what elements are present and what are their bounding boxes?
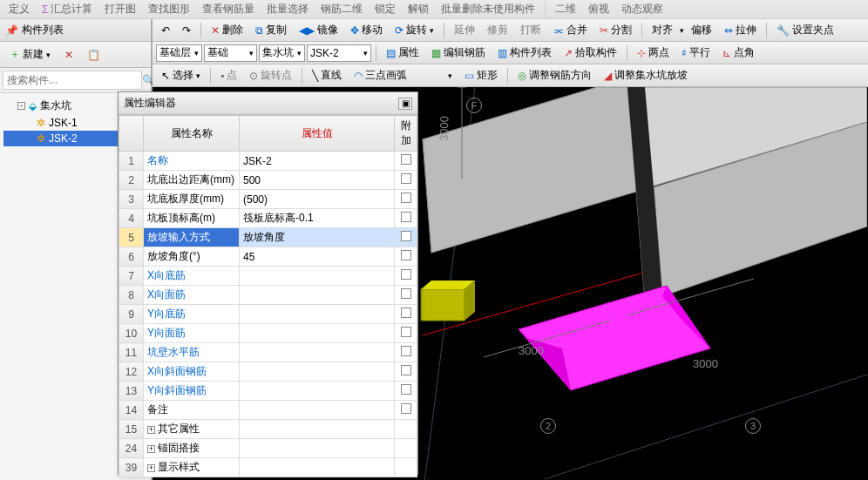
- top-item[interactable]: 钢筋二维: [315, 0, 368, 19]
- prop-name[interactable]: 名称: [144, 152, 240, 171]
- prop-name[interactable]: X向斜面钢筋: [144, 362, 240, 382]
- property-row[interactable]: 1名称JSK-2: [119, 152, 417, 171]
- checkbox-icon[interactable]: [401, 231, 411, 241]
- split-button[interactable]: ✂分割: [594, 20, 637, 40]
- prop-extra[interactable]: [395, 420, 417, 439]
- prop-value[interactable]: [240, 286, 395, 305]
- mirror-button[interactable]: ◀▶镜像: [294, 20, 343, 40]
- prop-name[interactable]: 备注: [144, 401, 240, 420]
- prop-extra[interactable]: [395, 228, 417, 247]
- prop-extra[interactable]: [395, 305, 417, 324]
- checkbox-icon[interactable]: [401, 327, 411, 337]
- top-item[interactable]: 定义: [3, 0, 35, 19]
- prop-extra[interactable]: [395, 343, 417, 362]
- top-item[interactable]: 批量删除未使用构件: [436, 0, 540, 19]
- top-item[interactable]: 二维: [550, 0, 581, 19]
- prop-value[interactable]: [240, 305, 395, 324]
- property-row[interactable]: 7X向底筋: [119, 267, 417, 286]
- prop-name[interactable]: +锚固搭接: [144, 439, 240, 458]
- prop-button[interactable]: ▤属性: [381, 43, 424, 63]
- p2-button[interactable]: ⊹两点: [632, 43, 675, 63]
- close-icon[interactable]: ▣: [398, 98, 412, 110]
- prop-value[interactable]: 筏板底标高-0.1: [240, 209, 395, 228]
- top-item[interactable]: 批量选择: [261, 0, 314, 19]
- item-dropdown[interactable]: JSK-2▾: [307, 44, 371, 62]
- arc-button[interactable]: ◠三点画弧▾: [349, 65, 458, 85]
- new-button[interactable]: ＋新建▾: [4, 44, 56, 64]
- checkbox-icon[interactable]: [401, 308, 411, 318]
- prop-name[interactable]: 坑板顶标高(m): [144, 209, 240, 228]
- prop-name[interactable]: Y向底筋: [144, 305, 240, 324]
- prop-name[interactable]: +显示样式: [144, 458, 240, 477]
- prop-extra[interactable]: [395, 247, 417, 267]
- pick-button[interactable]: ↗拾取构件: [559, 43, 622, 63]
- prop-extra[interactable]: [395, 324, 417, 343]
- prop-value[interactable]: JSK-2: [240, 152, 395, 171]
- expand-icon[interactable]: +: [147, 426, 155, 434]
- delete-x-button[interactable]: ✕: [59, 46, 78, 64]
- undo-icon[interactable]: ↶: [156, 22, 175, 39]
- property-row[interactable]: 14备注: [119, 401, 417, 420]
- checkbox-icon[interactable]: [401, 403, 411, 414]
- select-button[interactable]: ↖选择▾: [156, 65, 206, 85]
- col-value[interactable]: 属性值: [240, 116, 395, 152]
- prop-value[interactable]: (500): [240, 190, 395, 209]
- point-button[interactable]: ▪点: [215, 65, 242, 85]
- property-row[interactable]: 39+显示样式: [119, 458, 417, 477]
- top-item[interactable]: 动态观察: [616, 0, 668, 19]
- prop-name[interactable]: 放坡输入方式: [144, 228, 240, 247]
- property-row[interactable]: 11坑壁水平筋: [119, 343, 417, 362]
- delete-button[interactable]: ✕删除: [206, 20, 248, 40]
- type-dropdown[interactable]: 基础▾: [204, 44, 257, 62]
- top-item[interactable]: 俯视: [583, 0, 614, 19]
- checkbox-icon[interactable]: [401, 193, 411, 203]
- pin-icon[interactable]: 📌: [5, 24, 18, 37]
- break-button[interactable]: 打断: [515, 20, 546, 40]
- extend-button[interactable]: 延伸: [449, 20, 480, 40]
- prop-name[interactable]: X向底筋: [144, 267, 240, 286]
- grip-button[interactable]: 🔧设置夹点: [771, 20, 839, 40]
- prop-value[interactable]: 放坡角度: [240, 228, 395, 247]
- property-row[interactable]: 24+锚固搭接: [119, 439, 417, 458]
- property-row[interactable]: 5放坡输入方式放坡角度: [119, 228, 417, 247]
- prop-extra[interactable]: [395, 209, 417, 228]
- prop-value[interactable]: [240, 362, 395, 382]
- layer-dropdown[interactable]: 基础层▾: [156, 44, 202, 62]
- prop-value[interactable]: [240, 343, 395, 362]
- top-item[interactable]: Σ汇总计算: [37, 0, 98, 19]
- checkbox-icon[interactable]: [401, 250, 411, 260]
- move-button[interactable]: ✥移动: [345, 20, 388, 40]
- line-button[interactable]: ╲直线: [307, 65, 347, 85]
- align-button[interactable]: 对齐: [647, 20, 678, 40]
- stretch-button[interactable]: ⇔拉伸: [719, 20, 762, 40]
- top-item[interactable]: 查看钢筋量: [197, 0, 260, 19]
- prop-name[interactable]: Y向斜面钢筋: [144, 382, 240, 401]
- prop-value[interactable]: [240, 382, 395, 401]
- prop-value[interactable]: [240, 420, 395, 439]
- merge-button[interactable]: ⫘合并: [548, 20, 593, 40]
- parallel-button[interactable]: ♯平行: [676, 43, 715, 63]
- top-item[interactable]: 锁定: [370, 0, 401, 19]
- property-row[interactable]: 10Y向面筋: [119, 324, 417, 343]
- prop-value[interactable]: [240, 439, 395, 458]
- prop-extra[interactable]: [395, 439, 417, 458]
- checkbox-icon[interactable]: [401, 269, 411, 280]
- top-item[interactable]: 打开图: [99, 0, 141, 19]
- rotpoint-button[interactable]: ⊙旋转点: [244, 65, 297, 85]
- offset-button[interactable]: 偏移: [686, 20, 717, 40]
- prop-name[interactable]: 坑底板厚度(mm): [144, 190, 240, 209]
- rect-button[interactable]: ▭矩形: [459, 65, 503, 85]
- expand-icon[interactable]: +: [147, 445, 155, 453]
- corner-button[interactable]: ⊾点角: [717, 43, 760, 63]
- checkbox-icon[interactable]: [401, 384, 411, 395]
- prop-extra[interactable]: [395, 286, 417, 305]
- editbar-button[interactable]: ▦编辑钢筋: [426, 43, 491, 63]
- checkbox-icon[interactable]: [401, 288, 411, 299]
- list-button[interactable]: ▥构件列表: [492, 43, 557, 63]
- expand-icon[interactable]: +: [147, 464, 155, 472]
- prop-extra[interactable]: [395, 401, 417, 420]
- prop-name[interactable]: Y向面筋: [144, 324, 240, 343]
- adjust-button[interactable]: ◎调整钢筋方向: [512, 65, 597, 85]
- col-extra[interactable]: 附加: [395, 116, 417, 152]
- prop-extra[interactable]: [395, 190, 417, 209]
